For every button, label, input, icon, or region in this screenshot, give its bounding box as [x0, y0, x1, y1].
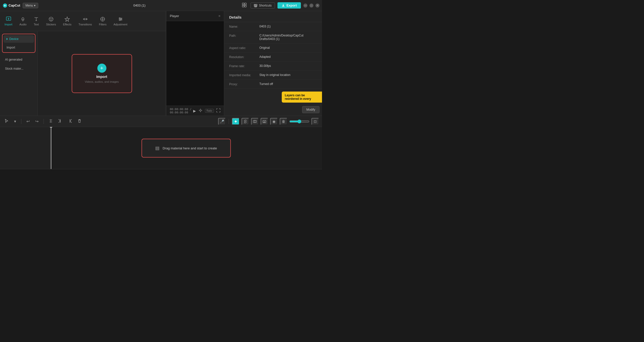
export-button[interactable]: Export — [277, 2, 301, 9]
sidebar-stock-label: Stock mater... — [5, 67, 23, 70]
export-label: Export — [287, 4, 297, 7]
select-dropdown-button[interactable]: ▾ — [13, 118, 18, 125]
svg-rect-8 — [256, 6, 257, 6]
details-row-label: Frame rate: — [229, 64, 259, 68]
tab-text-label: Text — [34, 23, 39, 26]
timeline-cursor — [51, 127, 51, 169]
sidebar-item-ai[interactable]: AI generated — [2, 56, 35, 63]
zoom-fit-button[interactable]: ⊡ — [311, 118, 319, 125]
sidebar-ai-label: AI generated — [5, 58, 22, 61]
tab-filters[interactable]: Filters — [95, 14, 110, 28]
project-title: 0403 (1) — [41, 4, 238, 7]
details-row-value: C:/Users/Admin/Desktop/CapCut Drafts/040… — [259, 34, 317, 41]
svg-rect-4 — [245, 5, 246, 7]
timeline-area: ▾ ↩ ↪ 🎤 — [0, 116, 322, 171]
player-icons: ▶ Ratio — [193, 108, 220, 113]
timeline-scrollbar[interactable] — [0, 169, 322, 171]
details-rows: Name: 0403 (1) Path: C:/Users/Admin/Desk… — [224, 22, 322, 89]
svg-rect-3 — [242, 5, 244, 7]
svg-rect-9 — [255, 7, 257, 7]
snap-button[interactable] — [232, 118, 239, 125]
details-row: Aspect ratio: Original — [224, 44, 322, 53]
sidebar-item-stock[interactable]: Stock mater... — [2, 65, 35, 72]
trim-right-button[interactable] — [66, 118, 73, 125]
svg-point-15 — [121, 19, 122, 20]
captions-button[interactable] — [261, 118, 268, 125]
ratio-badge[interactable]: Ratio — [205, 109, 214, 113]
import-drop-zone[interactable]: + Import Videos, audios, and images — [72, 54, 132, 93]
svg-point-17 — [200, 110, 201, 111]
details-row: Path: C:/Users/Admin/Desktop/CapCut Draf… — [224, 31, 322, 44]
mic-button[interactable]: 🎤 — [218, 118, 226, 125]
svg-point-14 — [119, 18, 120, 19]
play-button[interactable]: ▶ — [193, 109, 196, 113]
timeline-drop-zone[interactable]: ▤ Drag material here and start to create — [142, 139, 231, 157]
zoom-slider[interactable] — [289, 119, 309, 123]
details-panel: Details Name: 0403 (1) Path: C:/Users/Ad… — [224, 11, 322, 116]
tab-text[interactable]: Text — [30, 14, 43, 28]
main-layout: Import Audio Text — [0, 11, 322, 116]
tab-adjustment[interactable]: Adjustment — [110, 14, 131, 28]
import-plus-icon: + — [97, 64, 106, 73]
player-menu-icon[interactable]: ≡ — [218, 14, 220, 18]
details-row-value: 30.00fps — [259, 64, 317, 68]
minimize-button[interactable]: — — [303, 4, 307, 8]
shortcuts-button[interactable]: Shortcuts — [251, 3, 275, 9]
timeline-tracks: ▤ Drag material here and start to create — [50, 127, 322, 169]
details-row-label: Aspect ratio: — [229, 46, 259, 50]
left-panel: Import Audio Text — [0, 11, 166, 116]
sidebar-item-import[interactable]: Import — [4, 44, 34, 51]
details-row-label: Imported media: — [229, 73, 259, 77]
select-tool-button[interactable] — [3, 118, 10, 125]
window-controls: — □ ✕ — [303, 4, 319, 8]
details-row-value: 0403 (1) — [259, 25, 317, 28]
tab-filters-label: Filters — [99, 23, 106, 26]
trim-left-button[interactable] — [57, 118, 64, 125]
player-title: Player — [170, 14, 179, 18]
align-button[interactable] — [251, 118, 259, 125]
right-tools: 🎤 — [218, 118, 319, 125]
tab-adjustment-label: Adjustment — [113, 23, 127, 26]
timeline-left-gutter — [0, 127, 50, 169]
layout-icon[interactable] — [240, 2, 248, 9]
details-row-label: Path: — [229, 34, 259, 37]
tab-import[interactable]: Import — [1, 14, 16, 28]
maximize-button[interactable]: □ — [309, 4, 313, 8]
player-header: Player ≡ — [166, 11, 224, 21]
tab-stickers-label: Stickers — [46, 23, 56, 26]
tab-transitions[interactable]: Transitions — [75, 14, 95, 28]
menu-button[interactable]: Menu ▾ — [23, 3, 38, 8]
split-button[interactable] — [47, 118, 54, 125]
details-row-label: Name: — [229, 25, 259, 28]
details-row: Proxy: Turned off — [224, 80, 322, 89]
tab-effects[interactable]: Effects — [59, 14, 75, 28]
tab-effects-label: Effects — [63, 23, 71, 26]
close-button[interactable]: ✕ — [315, 4, 319, 8]
sidebar: Device Import AI generated Stock mater..… — [0, 31, 38, 116]
topbar-right: Shortcuts Export — □ ✕ — [240, 2, 319, 9]
tooltip-box: Layers can be reordered in every — [282, 92, 322, 103]
redo-button[interactable]: ↪ — [34, 118, 40, 125]
tab-transitions-label: Transitions — [78, 23, 92, 26]
fit-frame-button[interactable] — [198, 108, 203, 113]
app-logo: CapCut — [3, 3, 20, 8]
player-viewport — [166, 21, 224, 106]
tab-import-label: Import — [5, 23, 12, 26]
link-button[interactable] — [242, 118, 249, 125]
content-area: Device Import AI generated Stock mater..… — [0, 31, 166, 116]
details-row-label: Resolution: — [229, 55, 259, 59]
nav-tabs: Import Audio Text — [0, 11, 166, 31]
modify-button[interactable]: Modify — [302, 106, 319, 113]
delete-button[interactable] — [76, 118, 83, 125]
details-row-value: Turned off — [259, 82, 317, 86]
sidebar-item-device[interactable]: Device — [4, 35, 34, 43]
player-panel: Player ≡ 00:00:00:00 / 00:00:00:00 ▶ Rat… — [166, 11, 224, 116]
tab-audio[interactable]: Audio — [16, 14, 30, 28]
tab-stickers[interactable]: Stickers — [43, 14, 59, 28]
undo-button[interactable]: ↩ — [25, 118, 31, 125]
trash-button[interactable]: 🗑 — [280, 118, 287, 125]
transform-button[interactable]: ◉ — [270, 118, 278, 125]
time-display: 00:00:00:00 / 00:00:00:00 — [170, 108, 193, 114]
details-row-value: Adapted — [259, 55, 317, 59]
fullscreen-button[interactable] — [216, 108, 220, 113]
